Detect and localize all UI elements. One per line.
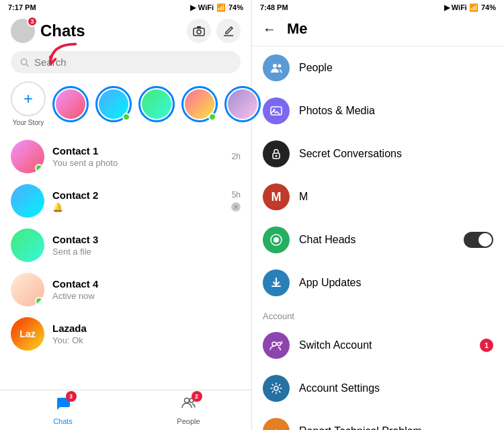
switch-badge: 1 (480, 339, 493, 352)
menu-item-chatheads[interactable]: Chat Heads (252, 218, 504, 261)
compose-button[interactable] (216, 19, 241, 43)
svg-rect-2 (197, 26, 201, 28)
people-nav-icon: 2 (181, 395, 197, 415)
photos-label: Photos & Media (299, 105, 493, 117)
page-title: Chats (40, 22, 85, 40)
right-panel-title: Me (287, 20, 308, 38)
svg-point-20 (274, 386, 278, 390)
menu-item-appupdates[interactable]: App Updates (252, 261, 504, 304)
camera-icon (193, 26, 205, 36)
m-label: M (299, 191, 493, 203)
story-item-5[interactable] (224, 86, 261, 122)
svg-point-18 (272, 342, 276, 346)
chat-item[interactable]: Contact 4 Active now (5, 267, 246, 312)
profile-avatar[interactable]: 3 (11, 19, 35, 43)
m-icon: M (263, 183, 290, 210)
settings-label: Account Settings (299, 382, 493, 394)
online-dot (35, 297, 43, 305)
svg-line-5 (26, 64, 28, 66)
chat-item[interactable]: Contact 2 🔔 5h (5, 179, 246, 223)
back-button[interactable]: ← (263, 22, 276, 37)
chat-nav-icon: 3 (55, 395, 71, 415)
add-story-label: Your Story (13, 119, 44, 126)
menu-item-secret[interactable]: Secret Conversations (252, 132, 504, 175)
nav-chats[interactable]: 3 Chats (0, 391, 126, 429)
secret-icon (263, 140, 290, 167)
add-story[interactable]: + Your Story (11, 81, 46, 126)
status-icons-right: ▶ WiFi 📶 74% (444, 3, 496, 12)
chat-item[interactable]: Laz Lazada You: Ok (5, 312, 246, 356)
svg-point-19 (278, 343, 281, 346)
menu-item-settings[interactable]: Account Settings (252, 367, 504, 410)
appupdates-icon (263, 269, 290, 296)
notification-badge: 3 (27, 16, 38, 27)
status-icons-left: ▶ WiFi 📶 74% (190, 3, 243, 12)
appupdates-label: App Updates (299, 277, 493, 289)
report-icon (263, 418, 290, 430)
report-label: Report Technical Problem (299, 425, 493, 430)
photos-icon (263, 97, 290, 124)
menu-item-m[interactable]: M M (252, 175, 504, 218)
nav-people[interactable]: 2 People (126, 391, 251, 429)
right-header: ← Me (252, 15, 504, 46)
account-section-label: Account (252, 304, 504, 324)
compose-icon (223, 26, 234, 36)
chat-item[interactable]: Contact 3 Sent a file (5, 223, 246, 267)
add-story-button[interactable]: + (11, 81, 46, 116)
svg-point-8 (184, 398, 189, 403)
menu-item-photos[interactable]: Photos & Media (252, 89, 504, 132)
settings-icon (263, 375, 290, 402)
stories-row: + Your Story (0, 79, 251, 134)
svg-point-15 (276, 155, 278, 157)
chat-item[interactable]: Contact 1 You sent a photo 2h (5, 134, 246, 179)
menu-item-switch[interactable]: Switch Account 1 (252, 324, 504, 367)
story-item-3[interactable] (138, 86, 175, 122)
story-item-2[interactable] (95, 86, 132, 122)
online-indicator (122, 113, 130, 121)
online-indicator (208, 113, 216, 121)
svg-rect-12 (271, 107, 282, 115)
people-label: People (299, 62, 493, 74)
menu-item-report[interactable]: Report Technical Problem (252, 410, 504, 430)
right-panel: 7:48 PM ▶ WiFi 📶 74% ← Me People Photos … (252, 0, 504, 430)
search-icon (20, 58, 29, 67)
people-badge: 2 (192, 391, 202, 402)
menu-item-people[interactable]: People (252, 46, 504, 89)
svg-point-17 (274, 237, 279, 243)
svg-point-11 (278, 64, 282, 68)
story-item-1[interactable] (52, 86, 89, 122)
left-panel: 7:17 PM ▶ WiFi 📶 74% 3 Chats (0, 0, 252, 430)
switch-label: Switch Account (299, 339, 470, 351)
muted-icon (233, 204, 239, 210)
svg-rect-0 (194, 28, 204, 36)
status-bar-right: 7:48 PM ▶ WiFi 📶 74% (252, 0, 504, 15)
story-item-4[interactable] (181, 86, 218, 122)
svg-point-1 (197, 30, 201, 34)
secret-label: Secret Conversations (299, 148, 493, 160)
people-nav-label: People (177, 417, 200, 425)
status-bar-left: 7:17 PM ▶ WiFi 📶 74% (0, 0, 251, 15)
chatheads-icon (263, 226, 290, 253)
people-icon (263, 54, 290, 81)
switch-icon (263, 332, 290, 359)
menu-list: People Photos & Media Secret Conversatio… (252, 46, 504, 430)
status-time-right: 7:48 PM (260, 3, 288, 11)
chatheads-toggle[interactable] (464, 232, 493, 248)
status-time-left: 7:17 PM (8, 3, 36, 11)
header-actions (187, 19, 241, 43)
chats-badge: 3 (66, 391, 77, 402)
chats-nav-label: Chats (53, 417, 73, 425)
chat-list: Contact 1 You sent a photo 2h Contact 2 … (0, 134, 251, 390)
svg-point-10 (273, 64, 277, 68)
bottom-nav: 3 Chats 2 People (0, 390, 251, 430)
online-dot (35, 164, 43, 172)
left-header: 3 Chats (0, 15, 251, 48)
camera-button[interactable] (187, 19, 211, 43)
chatheads-label: Chat Heads (299, 234, 454, 246)
